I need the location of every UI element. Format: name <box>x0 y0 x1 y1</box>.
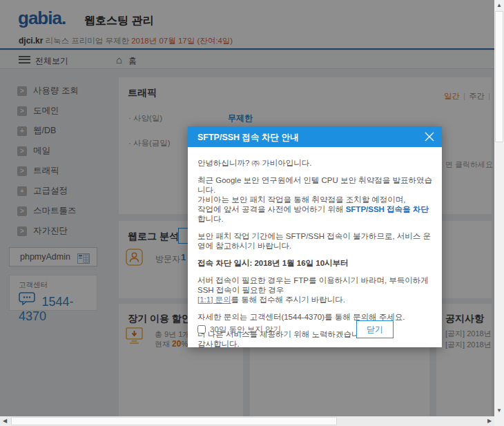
modal-text: 합니다. <box>197 215 224 223</box>
scroll-up-icon[interactable]: ▲ <box>494 1 504 10</box>
modal-paragraph: 서버 접속이 필요한 경우는 FTP를 이용하시기 바라며, 부득이하게 SSH… <box>197 275 432 304</box>
modal-line: 최근 Google 보안 연구원에서 인텔 CPU 보안 취약점을 발표하였습니… <box>197 175 432 195</box>
modal-header: SFTP/SSH 접속 차단 안내 <box>188 126 442 147</box>
modal-paragraph: 보안 패치 작업 기간에는 SFTP/SSH 접속이 불가하므로, 서비스 운영… <box>197 231 432 251</box>
modal-title: SFTP/SSH 접속 차단 안내 <box>197 132 299 144</box>
horizontal-scroll-thumb[interactable] <box>11 417 337 425</box>
modal-text: 를 통해 접수해 주시기 바랍니다. <box>231 296 345 304</box>
dont-show-checkbox[interactable] <box>197 325 206 333</box>
modal-line: 서버 접속이 필요한 경우는 FTP를 이용하시기 바라며, 부득이하게 SSH… <box>197 275 432 295</box>
close-icon[interactable] <box>424 131 435 142</box>
dont-show-label: 30일 동안 보지 않기 <box>210 325 281 335</box>
modal-line: 작업에 앞서 공격을 사전에 방어하기 위해 SFTP/SSH 접속을 차단합니… <box>197 204 432 224</box>
modal-emphasis: SFTP/SSH 접속을 차단 <box>346 205 429 213</box>
content-viewport: gabia. 웹호스팅 관리 djci.kr 리눅스 프리미엄 무제한 2018… <box>0 0 494 416</box>
inquiry-link[interactable]: [1:1] 문의 <box>197 296 231 304</box>
modal-line: 가비아는 보안 패치 작업을 통해 취약점을 조치할 예정이며, <box>197 195 432 204</box>
modal-footer: 30일 동안 보지 않기 닫기 <box>197 320 432 338</box>
scroll-right-icon[interactable]: ▶ <box>485 416 494 426</box>
vertical-scrollbar[interactable]: ▲ ▼ <box>494 0 504 416</box>
modal-block-datetime: 접속 차단 일시: 2018년 1월 16일 10시부터 <box>197 258 432 268</box>
scroll-down-icon[interactable]: ▼ <box>494 406 504 416</box>
close-button[interactable]: 닫기 <box>356 320 394 338</box>
modal-greeting: 안녕하십니까? ㈜ 가비아입니다. <box>197 158 432 168</box>
scrollbar-corner <box>494 416 504 426</box>
vertical-scroll-thumb[interactable] <box>495 11 503 142</box>
horizontal-scrollbar[interactable]: ◀ ▶ <box>0 416 494 426</box>
scroll-left-icon[interactable]: ◀ <box>0 416 10 426</box>
sftp-block-modal: SFTP/SSH 접속 차단 안내 안녕하십니까? ㈜ 가비아입니다. 최근 G… <box>188 126 442 347</box>
hosting-admin-screen: gabia. 웹호스팅 관리 djci.kr 리눅스 프리미엄 무제한 2018… <box>0 0 504 426</box>
modal-paragraph: 최근 Google 보안 연구원에서 인텔 CPU 보안 취약점을 발표하였습니… <box>197 175 432 224</box>
modal-line: [1:1] 문의를 통해 접수해 주시기 바랍니다. <box>197 295 432 304</box>
modal-line: 감사합니다. <box>197 339 432 349</box>
modal-text: 작업에 앞서 공격을 사전에 방어하기 위해 <box>197 205 346 213</box>
